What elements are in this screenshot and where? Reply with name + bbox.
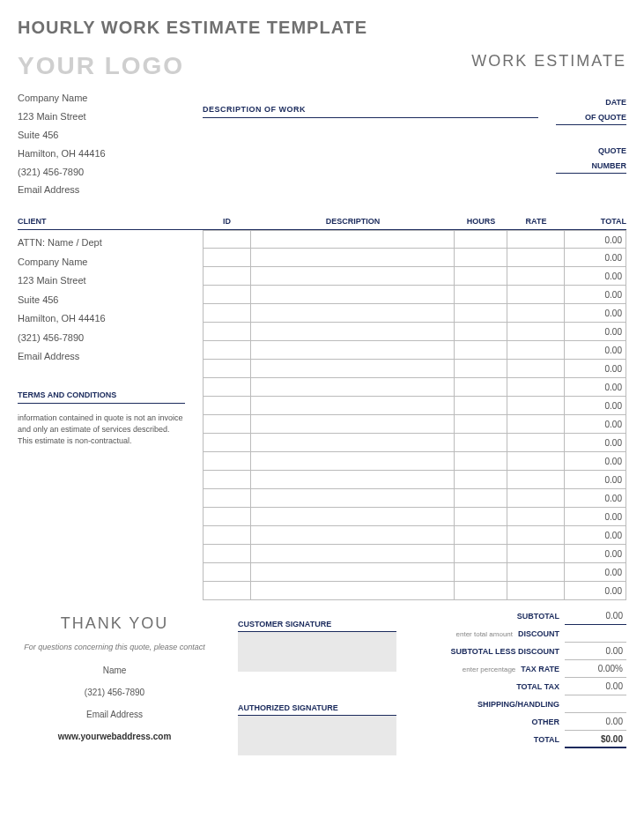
cell-rate[interactable] [507, 323, 565, 341]
total-header: TOTAL [565, 217, 626, 226]
cell-id[interactable] [203, 267, 251, 286]
rate-header: RATE [507, 217, 565, 226]
cell-hours[interactable] [455, 526, 507, 545]
cell-rate[interactable] [507, 286, 565, 304]
cell-description[interactable] [251, 563, 455, 582]
cell-hours[interactable] [455, 452, 507, 471]
cell-description[interactable] [251, 434, 455, 452]
cell-description[interactable] [251, 489, 455, 508]
cell-rate[interactable] [507, 360, 565, 378]
cell-rate[interactable] [507, 452, 565, 471]
line-row: 0.00 [203, 304, 626, 323]
cell-rate[interactable] [507, 545, 565, 563]
cell-rate[interactable] [507, 415, 565, 434]
cell-hours[interactable] [455, 582, 507, 600]
cell-rate[interactable] [507, 563, 565, 582]
cell-rate[interactable] [507, 582, 565, 600]
line-row: 0.00 [203, 545, 626, 563]
cell-id[interactable] [203, 415, 251, 434]
line-row: 0.00 [203, 360, 626, 378]
cell-rate[interactable] [507, 508, 565, 526]
cell-rate[interactable] [507, 526, 565, 545]
cell-id[interactable] [203, 397, 251, 415]
cell-description[interactable] [251, 526, 455, 545]
cell-hours[interactable] [455, 249, 507, 267]
cell-id[interactable] [203, 545, 251, 563]
cell-description[interactable] [251, 304, 455, 323]
cell-description[interactable] [251, 286, 455, 304]
cell-id[interactable] [203, 489, 251, 508]
cell-hours[interactable] [455, 286, 507, 304]
cell-id[interactable] [203, 508, 251, 526]
cell-rate[interactable] [507, 230, 565, 249]
customer-signature-box[interactable] [238, 632, 396, 672]
authorized-signature-box[interactable] [238, 716, 396, 755]
cell-id[interactable] [203, 471, 251, 489]
cell-hours[interactable] [455, 304, 507, 323]
cell-id[interactable] [203, 526, 251, 545]
cell-rate[interactable] [507, 341, 565, 360]
cell-id[interactable] [203, 360, 251, 378]
cell-hours[interactable] [455, 434, 507, 452]
cell-rate[interactable] [507, 378, 565, 397]
taxrate-value[interactable]: 0.00% [565, 660, 626, 678]
less-discount-value: 0.00 [565, 643, 626, 660]
cell-id[interactable] [203, 323, 251, 341]
cell-description[interactable] [251, 471, 455, 489]
cell-description[interactable] [251, 341, 455, 360]
cell-id[interactable] [203, 582, 251, 600]
cell-description[interactable] [251, 545, 455, 563]
cell-description[interactable] [251, 360, 455, 378]
cell-description[interactable] [251, 508, 455, 526]
cell-id[interactable] [203, 378, 251, 397]
cell-description[interactable] [251, 397, 455, 415]
discount-value[interactable] [565, 625, 626, 643]
cell-description[interactable] [251, 323, 455, 341]
cell-id[interactable] [203, 304, 251, 323]
cell-hours[interactable] [455, 378, 507, 397]
cell-id[interactable] [203, 563, 251, 582]
cell-id[interactable] [203, 230, 251, 249]
cell-hours[interactable] [455, 323, 507, 341]
cell-rate[interactable] [507, 249, 565, 267]
cell-description[interactable] [251, 378, 455, 397]
cell-hours[interactable] [455, 545, 507, 563]
cell-id[interactable] [203, 286, 251, 304]
cell-id[interactable] [203, 341, 251, 360]
cell-hours[interactable] [455, 230, 507, 249]
cell-id[interactable] [203, 434, 251, 452]
cell-rate[interactable] [507, 489, 565, 508]
other-value[interactable]: 0.00 [565, 713, 626, 731]
cell-description[interactable] [251, 249, 455, 267]
cell-description[interactable] [251, 415, 455, 434]
cell-hours[interactable] [455, 489, 507, 508]
cell-rate[interactable] [507, 434, 565, 452]
cell-description[interactable] [251, 267, 455, 286]
terms-text: information contained in quote is not an… [18, 413, 185, 446]
cell-hours[interactable] [455, 508, 507, 526]
cell-description[interactable] [251, 230, 455, 249]
cell-description[interactable] [251, 452, 455, 471]
cell-total: 0.00 [565, 267, 626, 286]
cell-hours[interactable] [455, 267, 507, 286]
cell-description[interactable] [251, 582, 455, 600]
thankyou-title: THANK YOU [18, 614, 211, 633]
cell-hours[interactable] [455, 341, 507, 360]
cell-hours[interactable] [455, 360, 507, 378]
cell-rate[interactable] [507, 267, 565, 286]
cell-id[interactable] [203, 249, 251, 267]
cell-rate[interactable] [507, 471, 565, 489]
date-label: DATE [556, 98, 626, 109]
taxrate-hint: enter percentage [463, 666, 516, 673]
subtotal-label: SUBTOTAL [450, 612, 565, 621]
shipping-value[interactable] [565, 695, 626, 713]
cell-hours[interactable] [455, 415, 507, 434]
shipping-label: SHIPPING/HANDLING [450, 700, 565, 709]
cell-id[interactable] [203, 452, 251, 471]
cell-hours[interactable] [455, 471, 507, 489]
cell-hours[interactable] [455, 563, 507, 582]
cell-hours[interactable] [455, 397, 507, 415]
cell-rate[interactable] [507, 304, 565, 323]
cell-rate[interactable] [507, 397, 565, 415]
company-info: Company Name 123 Main Street Suite 456 H… [18, 89, 203, 199]
